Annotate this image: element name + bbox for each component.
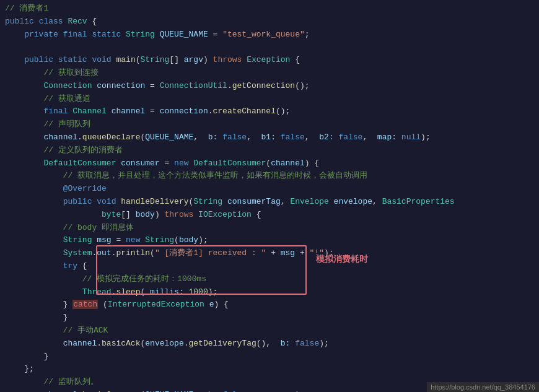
code-line: // 获取通道 xyxy=(0,93,539,106)
annotation-label: 模拟消费耗时 xyxy=(316,254,368,265)
code-line: // 手动ACK xyxy=(0,324,539,338)
editor: // 消费者1 public class Recv { private fina… xyxy=(0,0,539,392)
code-line: public class Recv { xyxy=(0,15,539,28)
code-line-try: try { xyxy=(0,260,539,273)
code-line: // 获取到连接 xyxy=(0,67,539,80)
code-line: Connection connection = ConnectionUtil.g… xyxy=(0,80,539,93)
code-line: byte[] body) throws IOException { xyxy=(0,209,539,222)
code-line: channel.basicAck(envelope.getDeliveryTag… xyxy=(0,338,539,351)
code-line: } xyxy=(0,311,539,324)
code-line: System.out.println(" [消费者1] received : "… xyxy=(0,247,539,260)
code-area: // 消费者1 public class Recv { private fina… xyxy=(0,0,539,392)
code-line: String msg = new String(body); xyxy=(0,234,539,247)
code-line: DefaultConsumer consumer = new DefaultCo… xyxy=(0,157,539,170)
code-line: @Override xyxy=(0,183,539,196)
code-line: // 模拟完成任务的耗时：1000ms xyxy=(0,273,539,286)
code-line xyxy=(0,41,539,54)
code-line: // 定义队列的消费者 xyxy=(0,144,539,157)
code-line: public static void main(String[] argv) t… xyxy=(0,54,539,67)
code-line: // 消费者1 xyxy=(0,2,539,15)
code-line-catch: } catch (InterruptedException e) { xyxy=(0,298,539,311)
code-line: // 声明队列 xyxy=(0,118,539,131)
code-line: }; xyxy=(0,363,539,376)
footer-url: https://blog.csdn.net/qq_38454176 xyxy=(427,382,539,392)
code-line: } xyxy=(0,351,539,364)
code-line: channel.queueDeclare(QUEUE_NAME, b: fals… xyxy=(0,131,539,144)
code-line: // 获取消息，并且处理，这个方法类似事件监听，如果有消息的时候，会被自动调用 xyxy=(0,170,539,183)
code-line: // body 即消息体 xyxy=(0,222,539,235)
code-line: final Channel channel = connection.creat… xyxy=(0,105,539,118)
code-line: public void handleDelivery(String consum… xyxy=(0,196,539,209)
code-line: private final static String QUEUE_NAME =… xyxy=(0,28,539,41)
code-line: Thread.sleep( millis: 1000); xyxy=(0,286,539,299)
